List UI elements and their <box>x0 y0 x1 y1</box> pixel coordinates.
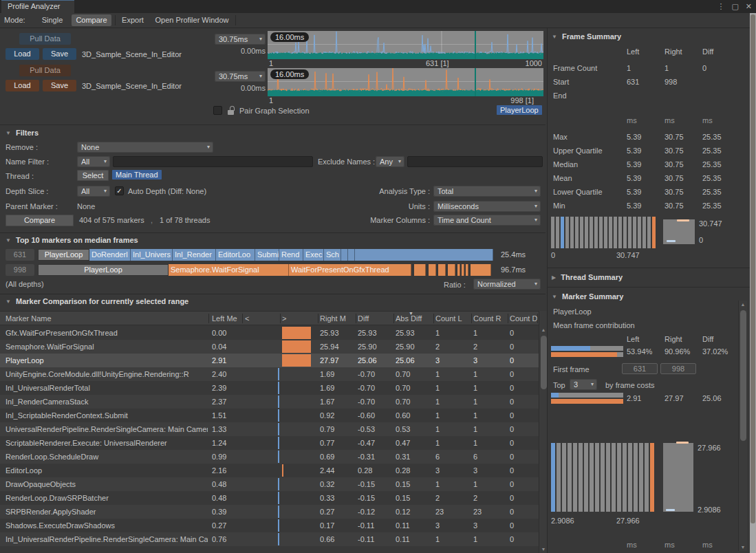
top10-marker-segment[interactable]: Sch <box>324 249 341 261</box>
table-row[interactable]: Inl_UniversalRenderPipeline.RenderSingle… <box>0 532 539 546</box>
col-diff[interactable]: Diff <box>358 312 392 325</box>
top10-marker-segment[interactable] <box>429 264 436 276</box>
table-row[interactable]: RenderLoop.ScheduleDraw0.990.69-0.310.31… <box>0 450 539 464</box>
col-count-diff[interactable]: Count D <box>510 312 537 325</box>
median-frame-button-right[interactable]: 998 <box>6 264 34 276</box>
pull-data-button-left[interactable]: Pull Data <box>19 33 71 45</box>
comparison-table-header[interactable]: Marker Name Left Me < > Right M Diff ▼ A… <box>0 311 539 325</box>
frame-range-boxplot[interactable] <box>663 219 695 244</box>
col-count-left[interactable]: Count L <box>435 312 470 325</box>
top10-marker-segment[interactable] <box>414 264 426 276</box>
median-frame-button-left[interactable]: 631 <box>6 249 34 261</box>
name-filter-mode-dropdown[interactable]: All▾ <box>77 156 110 167</box>
marker-summary-header[interactable]: ▼ Marker Summary <box>552 292 623 301</box>
col-left-bar[interactable]: < <box>245 312 278 325</box>
graph-scale-dropdown-right[interactable]: 30.75ms▾ <box>215 71 266 82</box>
analysis-type-dropdown[interactable]: Total▾ <box>433 186 541 197</box>
lock-icon[interactable] <box>227 106 236 115</box>
col-abs-diff[interactable]: Abs Diff <box>396 312 432 325</box>
top10-marker-segment[interactable] <box>471 264 491 276</box>
top10-marker-segment[interactable]: DoRenderl <box>89 249 131 261</box>
marker-range-boxplot[interactable] <box>663 443 693 512</box>
col-marker-name[interactable]: Marker Name <box>6 312 208 325</box>
load-button-left[interactable]: Load <box>6 48 39 60</box>
depth-slice-dropdown[interactable]: All▾ <box>77 186 110 197</box>
top10-marker-segment[interactable] <box>348 249 355 261</box>
graph-scale-dropdown-left[interactable]: 30.75ms▾ <box>215 34 266 45</box>
frame-time-graph-right[interactable]: 16.00ms <box>268 68 543 96</box>
scroll-down-icon[interactable]: ▼ <box>739 545 747 550</box>
table-row[interactable]: UniversalRenderPipeline.RenderSingleCame… <box>0 422 539 436</box>
top10-marker-segment[interactable]: EditorLoo <box>216 249 255 261</box>
mode-compare-button[interactable]: Compare <box>72 14 111 26</box>
top10-marker-segment[interactable] <box>466 264 468 276</box>
marker-time-histogram[interactable] <box>551 443 657 512</box>
top10-bar-right[interactable]: PlayerLoopSemaphore.WaitForSignalWaitFor… <box>38 264 498 276</box>
col-right-median[interactable]: Right M <box>320 312 354 325</box>
top10-marker-segment[interactable]: Inl_Render <box>173 249 216 261</box>
marker-columns-dropdown[interactable]: Time and Count▾ <box>433 215 541 226</box>
window-scrollbar[interactable] <box>750 13 756 553</box>
top10-marker-segment[interactable]: Rend <box>279 249 303 261</box>
marker-summary-scrollbar-thumb[interactable] <box>740 310 746 441</box>
top10-marker-segment[interactable]: WaitForPresentOnGfxThread <box>289 264 411 276</box>
col-right-bar[interactable]: > <box>282 312 316 325</box>
filters-header[interactable]: ▼ Filters <box>6 129 39 137</box>
table-row[interactable]: Inl_ScriptableRenderContext.Submit1.510.… <box>0 409 539 422</box>
top10-header[interactable]: ▼ Top 10 markers on median frames <box>6 236 138 244</box>
open-profiler-window-button[interactable]: Open Profiler Window <box>150 14 234 26</box>
window-scrollbar-thumb[interactable] <box>750 14 755 523</box>
tab-profile-analyzer[interactable]: Profile Analyzer <box>1 0 74 13</box>
col-count-right[interactable]: Count R <box>473 312 506 325</box>
first-frame-right-button[interactable]: 998 <box>660 363 696 374</box>
maximize-icon[interactable]: ▢ <box>731 2 738 11</box>
table-row[interactable]: Gfx.WaitForPresentOnGfxThread0.0025.9325… <box>0 326 539 340</box>
top10-marker-segment[interactable] <box>438 264 446 276</box>
top10-marker-segment[interactable] <box>462 264 464 276</box>
top10-marker-segment[interactable] <box>341 249 348 261</box>
exclude-mode-dropdown[interactable]: Any▾ <box>376 156 404 167</box>
col-left-median[interactable]: Left Me <box>212 312 241 325</box>
marker-summary-scrollbar[interactable]: ▲ ▼ <box>738 301 747 551</box>
comparison-header[interactable]: ▼ Marker Comparison for currently select… <box>6 297 188 305</box>
frame-time-graph-left[interactable]: 16.00ms <box>268 31 543 59</box>
table-row[interactable]: Shadows.ExecuteDrawShadows0.270.17-0.110… <box>0 519 539 532</box>
top10-marker-segment[interactable] <box>355 249 493 261</box>
units-dropdown[interactable]: Milliseconds▾ <box>433 201 541 212</box>
table-row[interactable]: Semaphore.WaitForSignal0.0425.9425.9025.… <box>0 340 539 354</box>
top10-marker-segment[interactable] <box>457 264 460 276</box>
name-filter-input[interactable] <box>113 156 313 167</box>
table-row[interactable]: DrawOpaqueObjects0.480.32-0.150.15110 <box>0 477 539 491</box>
table-row[interactable]: Inl_RenderCameraStack2.371.67-0.700.7011… <box>0 395 539 409</box>
load-button-right[interactable]: Load <box>6 80 39 91</box>
auto-depth-checkbox[interactable]: ✓ <box>115 186 124 195</box>
thread-summary-header[interactable]: ▶ Thread Summary <box>552 273 623 281</box>
save-button-right[interactable]: Save <box>43 80 76 91</box>
table-row[interactable]: SRPBRender.ApplyShader0.390.27-0.120.122… <box>0 505 539 519</box>
save-button-left[interactable]: Save <box>43 48 76 60</box>
ratio-dropdown[interactable]: Normalized▾ <box>473 279 541 290</box>
selected-marker-chip[interactable]: PlayerLoop <box>497 105 542 115</box>
top10-bar-left[interactable]: PlayerLoopDoRenderlInl_UniversInl_Render… <box>38 249 498 261</box>
frame-summary-header[interactable]: ▼ Frame Summary <box>552 32 621 41</box>
remove-dropdown[interactable]: None▾ <box>77 142 213 153</box>
kebab-menu-icon[interactable]: ⋮ <box>717 2 724 11</box>
thread-select-button[interactable]: Select <box>77 170 109 181</box>
top10-marker-segment[interactable]: Submi <box>255 249 279 261</box>
top10-marker-segment[interactable]: Semaphore.WaitForSignal <box>169 264 289 276</box>
top10-marker-segment[interactable]: PlayerLoop <box>38 249 89 261</box>
table-row[interactable]: PlayerLoop2.9127.9725.0625.06330 <box>0 354 539 367</box>
close-icon[interactable]: ✕ <box>746 2 752 11</box>
table-scrollbar-thumb[interactable] <box>541 336 547 389</box>
pull-data-button-right[interactable]: Pull Data <box>19 65 71 76</box>
top10-marker-segment[interactable]: Exec <box>303 249 324 261</box>
thread-value-chip[interactable]: Main Thread <box>112 170 162 180</box>
top10-marker-segment[interactable]: PlayerLoop <box>38 264 169 276</box>
first-frame-left-button[interactable]: 631 <box>622 363 658 374</box>
table-row[interactable]: UnityEngine.CoreModule.dll!UnityEngine.R… <box>0 367 539 381</box>
mode-single-button[interactable]: Single <box>36 14 69 26</box>
table-row[interactable]: ScriptableRenderer.Execute: UniversalRen… <box>0 436 539 450</box>
frame-time-histogram[interactable] <box>551 217 657 248</box>
table-row[interactable]: RenderLoop.DrawSRPBatcher0.480.33-0.150.… <box>0 491 539 505</box>
top10-marker-segment[interactable] <box>448 264 455 276</box>
